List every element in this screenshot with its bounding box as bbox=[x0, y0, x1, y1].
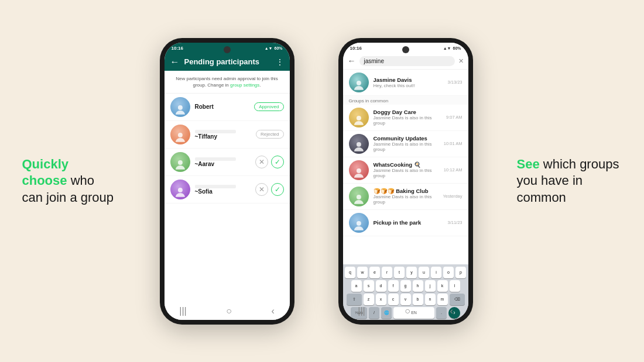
chat-row-doggy[interactable]: Doggy Day Care Jasmine Davis is also in … bbox=[343, 105, 468, 131]
key-n[interactable]: n bbox=[425, 294, 436, 305]
key-l[interactable]: l bbox=[450, 280, 460, 292]
search-header: ← jasmine ✕ bbox=[343, 53, 468, 70]
key-j[interactable]: j bbox=[425, 280, 436, 292]
phone2-battery: 60% bbox=[453, 46, 461, 50]
status-badge-rejected: Rejected bbox=[256, 130, 284, 139]
key-o[interactable]: o bbox=[443, 267, 454, 278]
action-btns-aarav: ✕ ✓ bbox=[255, 156, 284, 168]
key-backspace[interactable]: ⌫ bbox=[450, 294, 465, 305]
chat-row-baking[interactable]: 🍞🍞🍞 Baking Club Jasmine Davis is also in… bbox=[343, 184, 468, 210]
participant-row-aarav: ~Aarav ✕ ✓ bbox=[165, 149, 290, 176]
kb-row-1: q w e r t y u i o p bbox=[345, 267, 467, 278]
notice-link[interactable]: group settings bbox=[230, 82, 259, 88]
phone1-signal: ▲▼ bbox=[265, 46, 273, 50]
chat-info-community: Community Updates Jasmine Davis is also … bbox=[374, 135, 439, 152]
participant-name-sofia: ~Sofia bbox=[195, 188, 251, 195]
accept-btn-aarav[interactable]: ✓ bbox=[271, 156, 284, 168]
section-groups-label: Groups in common bbox=[343, 96, 468, 105]
chat-time-baking: Yesterday bbox=[443, 194, 462, 199]
phone-2: 10:16 ▲▼ 60% ← jasmine ✕ bbox=[338, 38, 473, 325]
phone2-status-icons: ▲▼ 60% bbox=[443, 46, 461, 50]
avatar-robert bbox=[170, 97, 190, 117]
action-btns-sofia: ✕ ✓ bbox=[255, 183, 284, 196]
key-y[interactable]: y bbox=[406, 267, 417, 278]
chat-info-baking: 🍞🍞🍞 Baking Club Jasmine Davis is also in… bbox=[374, 188, 439, 205]
phone1-back-button[interactable]: ← bbox=[170, 57, 180, 67]
key-e[interactable]: e bbox=[369, 267, 380, 278]
chat-row-pickup[interactable]: Pickup in the park 3/11/23 bbox=[343, 210, 468, 236]
phone1-nav-home[interactable]: ○ bbox=[226, 306, 232, 316]
chat-row-whatscooking[interactable]: WhatsCooking 🍳 Jasmine Davis is also in … bbox=[343, 157, 468, 184]
phone1-nav-recent[interactable]: ||| bbox=[179, 306, 186, 316]
chat-name-whatscooking: WhatsCooking 🍳 bbox=[374, 161, 439, 168]
key-d[interactable]: d bbox=[376, 280, 386, 292]
chat-info-doggy: Doggy Day Care Jasmine Davis is also in … bbox=[374, 109, 441, 126]
key-v[interactable]: v bbox=[400, 294, 411, 305]
chat-list: Jasmine Davis Hey, check this out!! 3/13… bbox=[343, 70, 468, 264]
search-box[interactable]: jasmine bbox=[359, 56, 455, 66]
phone1-nav-back[interactable]: ‹ bbox=[271, 306, 274, 316]
scene: Quickly choose who can join a group 10:1… bbox=[0, 0, 644, 362]
phone1-notch bbox=[224, 46, 231, 53]
svg-point-7 bbox=[357, 168, 361, 173]
svg-point-9 bbox=[357, 221, 361, 226]
avatar-community bbox=[349, 134, 369, 154]
key-m[interactable]: m bbox=[437, 294, 448, 305]
key-x[interactable]: x bbox=[376, 294, 386, 305]
key-shift[interactable]: ⇧ bbox=[347, 294, 362, 305]
key-i[interactable]: i bbox=[431, 267, 441, 278]
key-c[interactable]: c bbox=[388, 294, 399, 305]
phone1-header-title: Pending participants bbox=[184, 57, 271, 66]
chat-name-baking: 🍞🍞🍞 Baking Club bbox=[374, 188, 439, 194]
phone2-back-button[interactable]: ← bbox=[348, 56, 356, 65]
chat-sub-doggy: Jasmine Davis is also in this group bbox=[374, 115, 441, 126]
key-a[interactable]: a bbox=[351, 280, 362, 292]
status-badge-approved: Approved bbox=[254, 102, 283, 111]
key-u[interactable]: u bbox=[419, 267, 429, 278]
svg-point-3 bbox=[178, 188, 183, 192]
search-clear-button[interactable]: ✕ bbox=[458, 57, 464, 65]
avatar-baking bbox=[349, 187, 369, 206]
key-h[interactable]: h bbox=[413, 280, 423, 292]
participant-name-aarav: ~Aarav bbox=[195, 161, 251, 167]
svg-point-6 bbox=[357, 142, 361, 147]
phone1-status-icons: ▲▼ 60% bbox=[265, 46, 283, 50]
phone1-content: New participants need admin approval to … bbox=[165, 71, 290, 320]
phone2-nav-back[interactable]: ‹ bbox=[450, 306, 453, 316]
search-query[interactable]: jasmine bbox=[364, 58, 450, 64]
chat-time-pickup: 3/11/23 bbox=[447, 220, 462, 225]
phone2-nav-recent[interactable]: ||| bbox=[358, 306, 365, 316]
chat-time-community: 10:01 AM bbox=[444, 141, 463, 146]
chat-sub-baking: Jasmine Davis is also in this group bbox=[374, 194, 439, 205]
key-k[interactable]: k bbox=[437, 280, 448, 292]
svg-point-4 bbox=[357, 81, 361, 85]
key-r[interactable]: r bbox=[382, 267, 392, 278]
key-b[interactable]: b bbox=[413, 294, 423, 305]
phone1-nav: ||| ○ ‹ bbox=[160, 306, 294, 316]
key-z[interactable]: z bbox=[364, 294, 374, 305]
key-q[interactable]: q bbox=[345, 267, 355, 278]
reject-btn-aarav[interactable]: ✕ bbox=[255, 156, 268, 168]
left-caption: Quickly choose who can join a group bbox=[22, 156, 116, 206]
chat-info-jasmine: Jasmine Davis Hey, check this out!! bbox=[374, 77, 443, 88]
chat-time-doggy: 9:07 AM bbox=[446, 115, 463, 120]
key-s[interactable]: s bbox=[364, 280, 374, 292]
key-w[interactable]: w bbox=[357, 267, 368, 278]
key-p[interactable]: p bbox=[455, 267, 466, 278]
key-g[interactable]: g bbox=[400, 280, 411, 292]
phone1-inner: 10:16 ▲▼ 60% ← Pending participants ⋮ Ne… bbox=[165, 43, 290, 320]
phone2-nav-home[interactable]: ○ bbox=[405, 306, 410, 316]
phone2-nav: ||| ○ ‹ bbox=[338, 306, 473, 316]
chat-row-community[interactable]: Community Updates Jasmine Davis is also … bbox=[343, 131, 468, 157]
chat-row-jasmine[interactable]: Jasmine Davis Hey, check this out!! 3/13… bbox=[343, 70, 468, 96]
avatar-whatscooking bbox=[349, 160, 369, 180]
notice-end: . bbox=[259, 82, 261, 88]
phone2-signal: ▲▼ bbox=[443, 46, 451, 50]
chat-name-pickup: Pickup in the park bbox=[374, 219, 443, 226]
key-f[interactable]: f bbox=[388, 280, 399, 292]
phone1-more-button[interactable]: ⋮ bbox=[276, 57, 284, 67]
chat-sub-jasmine: Hey, check this out!! bbox=[374, 83, 443, 88]
accept-btn-sofia[interactable]: ✓ bbox=[271, 183, 284, 196]
key-t[interactable]: t bbox=[394, 267, 405, 278]
reject-btn-sofia[interactable]: ✕ bbox=[255, 183, 268, 196]
